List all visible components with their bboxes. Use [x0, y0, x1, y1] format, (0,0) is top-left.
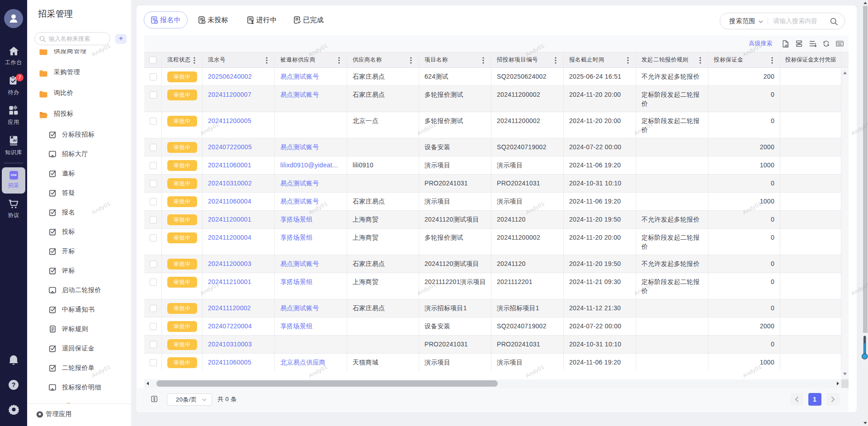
- svg-text:AI: AI: [12, 138, 17, 142]
- svg-text:?: ?: [12, 381, 16, 388]
